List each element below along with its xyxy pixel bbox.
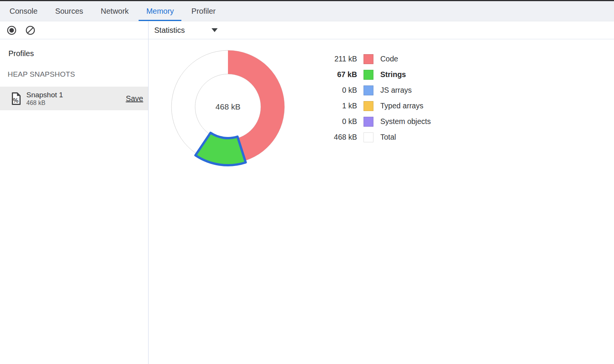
- record-icon: [6, 25, 17, 36]
- legend-value: 211 kB: [317, 55, 357, 63]
- legend-value: 67 kB: [317, 70, 357, 79]
- tab-label: Console: [10, 7, 37, 16]
- perspective-select-label: Statistics: [154, 26, 185, 35]
- legend-swatch-typed-arrays-icon: [364, 101, 373, 111]
- tab-label: Sources: [55, 7, 83, 16]
- legend-row-system-objects[interactable]: 0 kBSystem objects: [317, 114, 431, 129]
- devtools-memory-panel: ConsoleSourcesNetworkMemoryProfiler Stat…: [0, 0, 614, 364]
- legend-value: 0 kB: [317, 117, 357, 126]
- dropdown-caret-icon: [212, 28, 218, 32]
- active-tab-indicator: [139, 20, 181, 21]
- legend-value: 1 kB: [317, 101, 357, 110]
- legend-swatch-total-icon: [364, 132, 373, 142]
- profiles-toolbar: [0, 21, 149, 39]
- snapshot-list-item[interactable]: % Snapshot 1 468 kB Save: [0, 87, 148, 110]
- legend-label: System objects: [380, 117, 431, 126]
- tab-label: Network: [101, 7, 129, 16]
- legend-swatch-strings-icon: [364, 70, 373, 80]
- heap-statistics-donut: 468 kB: [166, 45, 290, 169]
- svg-text:%: %: [13, 97, 18, 104]
- statistics-toolbar: Statistics: [149, 21, 614, 39]
- statistics-view: 468 kB 211 kBCode67 kBStrings0 kBJS arra…: [149, 39, 614, 364]
- donut-center-total-label: 468 kB: [215, 102, 240, 111]
- donut-slice-strings[interactable]: [196, 133, 246, 165]
- legend-row-code[interactable]: 211 kBCode: [317, 51, 431, 67]
- snapshot-name: Snapshot 1: [26, 90, 63, 99]
- record-heap-snapshot-button[interactable]: [6, 25, 17, 36]
- tab-sources[interactable]: Sources: [46, 1, 92, 21]
- snapshot-text: Snapshot 1 468 kB: [26, 90, 63, 106]
- legend-row-typed-arrays[interactable]: 1 kBTyped arrays: [317, 98, 431, 114]
- tab-network[interactable]: Network: [92, 1, 137, 21]
- devtools-tabbar: ConsoleSourcesNetworkMemoryProfiler: [0, 1, 614, 21]
- tab-label: Profiler: [191, 7, 215, 16]
- legend-label: Total: [380, 133, 396, 142]
- snapshot-size: 468 kB: [26, 99, 63, 106]
- tab-profiler[interactable]: Profiler: [183, 1, 224, 21]
- toolbar-row: Statistics: [0, 21, 614, 39]
- legend-label: Typed arrays: [380, 101, 423, 110]
- legend-swatch-system-objects-icon: [364, 117, 373, 127]
- legend-swatch-js-arrays-icon: [364, 85, 373, 95]
- legend-label: Code: [380, 55, 398, 63]
- legend-value: 0 kB: [317, 86, 357, 95]
- legend-label: JS arrays: [380, 86, 412, 95]
- legend-swatch-code-icon: [364, 54, 373, 64]
- content-row: Profiles HEAP SNAPSHOTS % Snapshot 1 468…: [0, 39, 614, 364]
- legend-value: 468 kB: [317, 133, 357, 142]
- legend-row-total[interactable]: 468 kBTotal: [317, 129, 431, 145]
- profiles-heading: Profiles: [8, 49, 148, 58]
- legend-label: Strings: [380, 70, 406, 79]
- tab-console[interactable]: Console: [1, 1, 46, 21]
- heap-snapshots-section-heading: HEAP SNAPSHOTS: [8, 70, 148, 79]
- tab-memory[interactable]: Memory: [137, 1, 183, 21]
- save-snapshot-link[interactable]: Save: [126, 94, 143, 103]
- clear-all-profiles-button[interactable]: [25, 25, 36, 36]
- perspective-select[interactable]: Statistics: [154, 26, 220, 35]
- legend-row-js-arrays[interactable]: 0 kBJS arrays: [317, 82, 431, 98]
- clear-icon: [25, 25, 36, 36]
- tab-label: Memory: [146, 7, 174, 16]
- legend-row-strings[interactable]: 67 kBStrings: [317, 67, 431, 82]
- profiles-sidebar: Profiles HEAP SNAPSHOTS % Snapshot 1 468…: [0, 39, 149, 364]
- donut-chart-svg: 468 kB: [166, 45, 290, 169]
- heap-statistics-legend: 211 kBCode67 kBStrings0 kBJS arrays1 kBT…: [317, 51, 431, 145]
- heap-snapshot-file-icon: %: [11, 92, 21, 105]
